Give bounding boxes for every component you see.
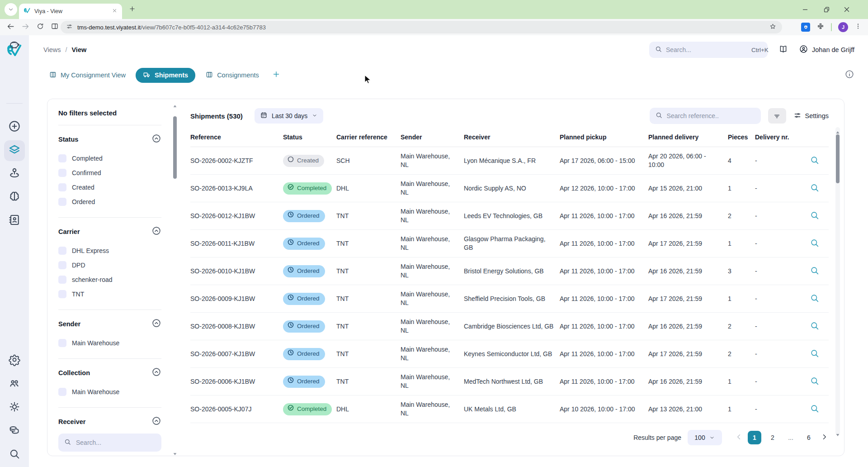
filter-option[interactable]: Confirmed xyxy=(58,166,161,180)
row-detail-button[interactable] xyxy=(810,348,820,360)
user-menu[interactable]: Johan de Grijff xyxy=(799,44,854,55)
table-row[interactable]: SO-2026-0011-KJ1BW Ordered TNT Main Ware… xyxy=(190,230,829,257)
pin-nav[interactable] xyxy=(4,163,25,184)
row-detail-button[interactable] xyxy=(810,376,820,387)
table-row[interactable]: SO-2026-0008-KJ1BW Ordered TNT Main Ware… xyxy=(190,313,829,340)
filter-option[interactable]: DPD xyxy=(58,258,161,272)
reference-search[interactable] xyxy=(650,108,761,124)
breadcrumb-views[interactable]: Views xyxy=(43,46,61,53)
page-button-6[interactable]: 6 xyxy=(802,431,816,444)
users-nav[interactable] xyxy=(4,374,25,395)
browser-tab[interactable]: Viya - View xyxy=(19,4,122,19)
forward-icon[interactable] xyxy=(21,22,30,33)
filter-option[interactable]: Main Warehouse xyxy=(58,385,161,399)
row-detail-button[interactable] xyxy=(810,210,820,222)
docs-book-icon[interactable] xyxy=(778,44,788,56)
layers-nav[interactable] xyxy=(4,140,25,161)
collapse-section-button[interactable] xyxy=(151,416,161,427)
add-view-button[interactable] xyxy=(272,70,281,81)
table-row[interactable]: SO-2026-0013-KJ9LA Completed DHL Main Wa… xyxy=(190,175,829,202)
new-tab-button[interactable] xyxy=(128,5,136,14)
row-detail-button[interactable] xyxy=(810,266,820,277)
per-page-select[interactable]: 100 xyxy=(688,430,722,445)
table-row[interactable]: SO-2026-0009-KJ1BW Ordered TNT Main Ware… xyxy=(190,285,829,313)
checkbox[interactable] xyxy=(58,276,66,284)
bookmark-star-icon[interactable] xyxy=(769,23,777,32)
filter-scrollbar-thumb[interactable] xyxy=(173,116,177,179)
reference-search-input[interactable] xyxy=(667,112,755,119)
checkbox[interactable] xyxy=(58,339,66,347)
settings-button[interactable]: Settings xyxy=(793,111,829,121)
filter-scrollbar[interactable] xyxy=(172,102,178,453)
table-row[interactable]: SO-2026-0012-KJ1BW Ordered TNT Main Ware… xyxy=(190,202,829,230)
filter-option[interactable]: TNT xyxy=(58,287,161,301)
table-row[interactable]: SO-2026-0005-KJ07J Completed DHL Main Wa… xyxy=(190,396,829,423)
split-view-icon[interactable] xyxy=(51,22,59,32)
table-row[interactable]: SO-2026-0007-KJ1BW Ordered TNT Main Ware… xyxy=(190,340,829,368)
magnifier-nav[interactable] xyxy=(4,444,25,465)
scroll-up-icon[interactable] xyxy=(836,128,840,132)
checkbox[interactable] xyxy=(58,261,66,269)
checkbox[interactable] xyxy=(58,290,66,298)
add-circle-nav[interactable] xyxy=(4,117,25,138)
row-detail-button[interactable] xyxy=(810,183,820,194)
table-scrollbar-thumb[interactable] xyxy=(836,134,840,183)
row-detail-button[interactable] xyxy=(810,404,820,415)
prev-page-button[interactable] xyxy=(735,433,743,443)
date-range-select[interactable]: Last 30 days xyxy=(255,108,323,124)
checkbox[interactable] xyxy=(58,154,66,162)
global-search[interactable]: Ctrl+K xyxy=(649,42,768,58)
adblock-extension-icon[interactable] xyxy=(801,23,810,32)
filter-option[interactable]: Main Warehouse xyxy=(58,336,161,350)
window-close-button[interactable] xyxy=(843,0,851,19)
receiver-filter-search[interactable] xyxy=(58,434,161,452)
row-detail-button[interactable] xyxy=(810,293,820,305)
tab-close-icon[interactable] xyxy=(112,7,118,15)
collapse-section-button[interactable] xyxy=(151,226,161,237)
back-icon[interactable] xyxy=(6,22,15,33)
checkbox[interactable] xyxy=(58,388,66,396)
view-tab-0[interactable]: My Consignment View xyxy=(47,68,127,83)
filter-option[interactable]: Completed xyxy=(58,151,161,166)
window-minimize-button[interactable] xyxy=(801,0,809,19)
collapse-section-button[interactable] xyxy=(151,367,161,378)
table-row[interactable]: SO-2026-0006-KJ1BW Ordered TNT Main Ware… xyxy=(190,368,829,396)
view-tab-1[interactable]: Shipments xyxy=(136,68,195,83)
scroll-down-icon[interactable] xyxy=(836,430,840,434)
contacts-book-nav[interactable] xyxy=(4,210,25,231)
filter-option[interactable]: Ordered xyxy=(58,195,161,209)
gear-nav[interactable] xyxy=(4,350,25,371)
reload-icon[interactable] xyxy=(36,22,44,32)
table-row[interactable]: SO-2026-0010-KJ1BW Ordered TNT Main Ware… xyxy=(190,257,829,285)
collapse-section-button[interactable] xyxy=(151,133,161,145)
piggy-bank-nav[interactable] xyxy=(4,35,25,56)
plug-nav[interactable] xyxy=(4,397,25,418)
row-detail-button[interactable] xyxy=(810,321,820,332)
page-button-1[interactable]: 1 xyxy=(748,431,761,444)
table-scrollbar[interactable] xyxy=(835,127,840,435)
window-maximize-button[interactable] xyxy=(823,0,830,19)
checkbox[interactable] xyxy=(58,198,66,206)
checkbox[interactable] xyxy=(58,183,66,191)
view-tab-2[interactable]: Consignments xyxy=(203,68,261,83)
collapse-section-button[interactable] xyxy=(151,318,161,329)
row-detail-button[interactable] xyxy=(810,155,820,167)
page-button-2[interactable]: 2 xyxy=(766,431,779,444)
scroll-up-icon[interactable] xyxy=(173,102,177,105)
checkbox[interactable] xyxy=(58,169,66,177)
receiver-filter-search-input[interactable] xyxy=(76,439,158,446)
extensions-puzzle-icon[interactable] xyxy=(816,22,825,32)
info-icon[interactable] xyxy=(844,69,854,81)
brain-nav[interactable] xyxy=(4,187,25,208)
browser-profile-avatar[interactable]: J xyxy=(838,22,848,32)
browser-menu-icon[interactable] xyxy=(854,23,862,32)
global-search-input[interactable] xyxy=(666,46,748,53)
tab-search-button[interactable] xyxy=(5,3,17,16)
filter-option[interactable]: DHL Express xyxy=(58,243,161,258)
row-detail-button[interactable] xyxy=(810,238,820,249)
scroll-down-icon[interactable] xyxy=(173,449,177,453)
next-page-button[interactable] xyxy=(820,433,829,443)
filter-option[interactable]: schenker-road xyxy=(58,272,161,287)
checkbox[interactable] xyxy=(58,247,66,255)
filter-option[interactable]: Created xyxy=(58,180,161,195)
